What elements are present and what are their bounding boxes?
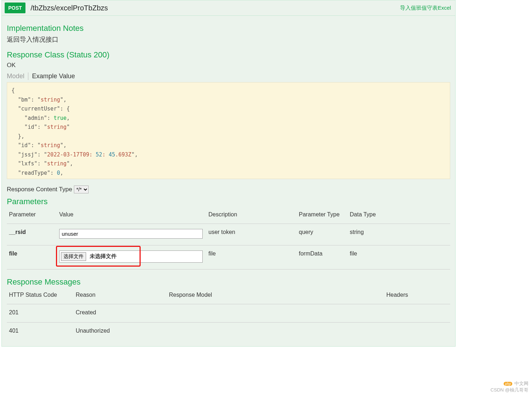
response-headers	[384, 323, 450, 341]
parameter-type: query	[297, 224, 348, 245]
operation-summary-link[interactable]: 导入值班值守表Excel	[400, 5, 451, 11]
response-model	[167, 304, 384, 323]
http-method-badge: POST	[5, 3, 25, 13]
response-messages-title: Response Messages	[7, 277, 450, 287]
response-content-type-row: Response Content Type */*	[7, 186, 450, 193]
parameters-col-parameter: Parameter	[7, 208, 57, 224]
parameter-row-file: file 选择文件 未选择文件 file formData file	[7, 245, 450, 269]
responses-col-headers: Headers	[384, 289, 450, 304]
operation-body: Implementation Notes 返回导入情况接口 Response C…	[2, 16, 455, 346]
file-status-text: 未选择文件	[90, 253, 117, 259]
implementation-notes-text: 返回导入情况接口	[7, 35, 450, 44]
parameter-type: formData	[297, 245, 348, 269]
endpoint-path[interactable]: /tbZbzs/excelProTbZbzs	[25, 4, 400, 12]
response-class-status: OK	[7, 62, 450, 69]
response-row-201: 201 Created	[7, 304, 450, 323]
parameters-col-value: Value	[57, 208, 206, 224]
parameter-value-cell	[57, 224, 206, 245]
parameters-col-paramtype: Parameter Type	[297, 208, 348, 224]
parameter-row-rsid: __rsid user token query string	[7, 224, 450, 245]
parameters-table: Parameter Value Description Parameter Ty…	[7, 208, 450, 269]
parameter-value-cell: 选择文件 未选择文件	[57, 245, 206, 269]
response-reason: Unauthorized	[74, 323, 167, 341]
response-messages-table: HTTP Status Code Reason Response Model H…	[7, 289, 450, 341]
implementation-notes-title: Implementation Notes	[7, 24, 450, 33]
response-reason: Created	[74, 304, 167, 323]
response-content-type-label: Response Content Type	[7, 186, 72, 193]
parameter-name: file	[7, 245, 57, 269]
parameters-col-description: Description	[206, 208, 297, 224]
parameter-description: user token	[206, 224, 297, 245]
response-class-title: Response Class (Status 200)	[7, 50, 450, 60]
parameter-datatype: file	[348, 245, 450, 269]
response-code: 201	[7, 304, 74, 323]
response-content-type-select[interactable]: */*	[74, 186, 89, 193]
response-row-401: 401 Unauthorized	[7, 323, 450, 341]
file-input-wrapper[interactable]: 选择文件 未选择文件	[59, 250, 203, 263]
response-model	[167, 323, 384, 341]
parameter-name: __rsid	[7, 224, 57, 245]
parameters-col-datatype: Data Type	[348, 208, 450, 224]
parameter-description: file	[206, 245, 297, 269]
parameters-title: Parameters	[7, 197, 450, 206]
parameter-value-input[interactable]	[59, 229, 203, 239]
response-code: 401	[7, 323, 74, 341]
operation-header[interactable]: POST /tbZbzs/excelProTbZbzs 导入值班值守表Excel	[2, 0, 455, 16]
tab-model[interactable]: Model	[7, 72, 28, 80]
responses-col-model: Response Model	[167, 289, 384, 304]
choose-file-button[interactable]: 选择文件	[61, 252, 86, 261]
operation-panel: POST /tbZbzs/excelProTbZbzs 导入值班值守表Excel…	[1, 0, 456, 347]
responses-col-reason: Reason	[74, 289, 167, 304]
example-value-box[interactable]: { "bm": "string", "currentUser": { "admi…	[7, 82, 450, 179]
response-headers	[384, 304, 450, 323]
response-tabs: Model Example Value	[7, 72, 450, 80]
tab-example-value[interactable]: Example Value	[32, 72, 77, 80]
parameter-datatype: string	[348, 224, 450, 245]
responses-col-code: HTTP Status Code	[7, 289, 74, 304]
